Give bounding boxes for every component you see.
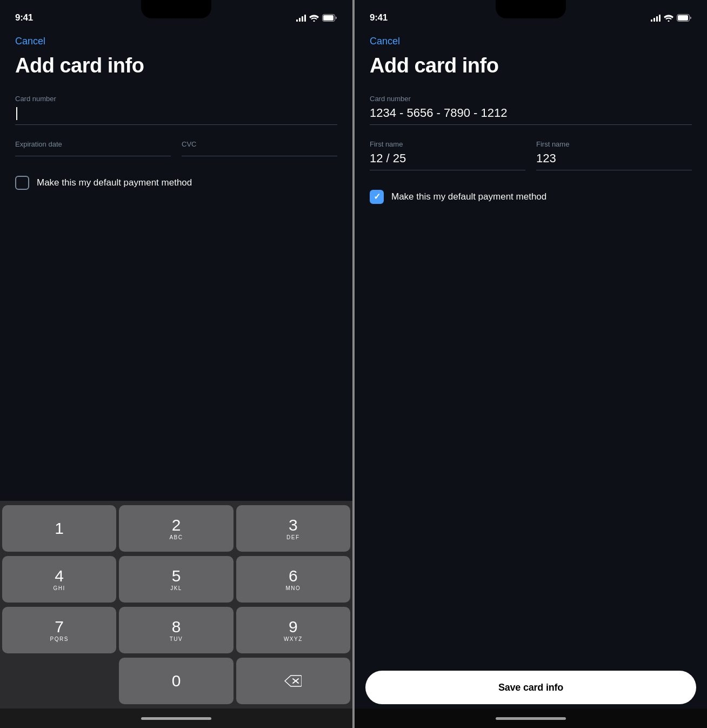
key-6-num: 6 <box>289 568 298 584</box>
key-9[interactable]: 9 WXYZ <box>236 607 350 653</box>
keyboard-row-2: 4 GHI 5 JKL 6 MNO <box>2 556 350 603</box>
key-5-alpha: JKL <box>170 585 182 591</box>
default-payment-label-right: Make this my default payment method <box>391 191 546 202</box>
keyboard-row-3: 7 PQRS 8 TUV 9 WXYZ <box>2 607 350 653</box>
numeric-keyboard: 1 2 ABC 3 DEF 4 GHI 5 JKL 6 MNO <box>0 501 352 709</box>
card-number-input-left[interactable] <box>15 106 337 125</box>
key-0[interactable]: 0 <box>119 658 233 704</box>
card-number-field-left: Card number <box>15 95 337 125</box>
key-3-num: 3 <box>289 517 298 533</box>
keyboard-row-4: 0 <box>2 658 350 704</box>
expiry-value-right[interactable]: 12 / 25 <box>370 151 525 170</box>
cursor <box>16 107 17 120</box>
cvc-label-left: CVC <box>182 140 337 148</box>
default-payment-row-right[interactable]: ✓ Make this my default payment method <box>370 190 692 204</box>
key-3[interactable]: 3 DEF <box>236 505 350 552</box>
key-7-num: 7 <box>55 619 64 635</box>
status-time-left: 9:41 <box>15 12 33 23</box>
svg-rect-1 <box>323 15 334 21</box>
cancel-button-left[interactable]: Cancel <box>15 36 45 47</box>
default-payment-checkbox-right[interactable]: ✓ <box>370 190 384 204</box>
default-payment-label-left: Make this my default payment method <box>37 177 192 188</box>
home-bar-right <box>496 717 566 720</box>
default-payment-checkbox-left[interactable] <box>15 176 29 190</box>
keyboard-row-1: 1 2 ABC 3 DEF <box>2 505 350 552</box>
left-phone-panel: 9:41 Cancel <box>0 0 352 728</box>
page-title-left: Add card info <box>15 55 337 77</box>
left-content: Cancel Add card info Card number Expirat… <box>0 28 352 501</box>
expiry-label-left: Expiration date <box>15 140 171 148</box>
card-number-value-right[interactable]: 1234 - 5656 - 7890 - 1212 <box>370 106 692 125</box>
status-icons-left <box>296 14 337 22</box>
notch-right <box>496 0 566 18</box>
cvc-field-right: First name 123 <box>536 140 692 170</box>
checkmark-icon: ✓ <box>373 193 381 201</box>
card-number-label-right: Card number <box>370 95 692 103</box>
key-3-alpha: DEF <box>286 534 300 540</box>
expiry-cvc-row-right: First name 12 / 25 First name 123 <box>370 140 692 186</box>
spacer-right <box>355 345 707 662</box>
expiry-cvc-row: Expiration date CVC <box>15 140 337 171</box>
page-title-right: Add card info <box>370 55 692 77</box>
cvc-field-left: CVC <box>182 140 337 156</box>
key-1-num: 1 <box>55 520 64 537</box>
right-content: Cancel Add card info Card number 1234 - … <box>355 28 707 345</box>
key-8[interactable]: 8 TUV <box>119 607 233 653</box>
cvc-input-left[interactable] <box>182 151 337 156</box>
battery-icon <box>322 14 337 22</box>
status-icons-right <box>651 14 692 22</box>
status-time-right: 9:41 <box>370 12 388 23</box>
key-5[interactable]: 5 JKL <box>119 556 233 603</box>
key-backspace[interactable] <box>236 658 350 704</box>
save-card-info-button[interactable]: Save card info <box>365 671 696 704</box>
key-9-alpha: WXYZ <box>284 636 303 642</box>
default-payment-row-left[interactable]: Make this my default payment method <box>15 176 337 190</box>
key-7[interactable]: 7 PQRS <box>2 607 116 653</box>
expiry-field-left: Expiration date <box>15 140 171 156</box>
cancel-button-right[interactable]: Cancel <box>370 36 400 47</box>
signal-icon <box>296 14 306 22</box>
key-empty <box>2 658 116 704</box>
wifi-icon-right <box>664 15 673 22</box>
home-indicator-right <box>355 709 707 728</box>
key-2-alpha: ABC <box>169 534 183 540</box>
key-2-num: 2 <box>172 517 181 533</box>
key-0-num: 0 <box>172 673 181 689</box>
right-phone-panel: 9:41 Cancel Add card info <box>355 0 707 728</box>
expiry-field-right: First name 12 / 25 <box>370 140 525 170</box>
notch <box>141 0 211 18</box>
expiry-label-right: First name <box>370 140 525 148</box>
key-2[interactable]: 2 ABC <box>119 505 233 552</box>
card-number-label-left: Card number <box>15 95 337 103</box>
key-6-alpha: MNO <box>285 585 301 591</box>
backspace-icon <box>284 675 302 687</box>
key-5-num: 5 <box>172 568 181 584</box>
card-number-field-right: Card number 1234 - 5656 - 7890 - 1212 <box>370 95 692 125</box>
battery-icon-right <box>677 14 692 22</box>
key-7-alpha: PQRS <box>50 636 68 642</box>
svg-rect-5 <box>678 15 688 21</box>
signal-icon-right <box>651 14 661 22</box>
key-1[interactable]: 1 <box>2 505 116 552</box>
cvc-label-right: First name <box>536 140 692 148</box>
home-indicator-left <box>0 709 352 728</box>
key-4-alpha: GHI <box>54 585 65 591</box>
key-4[interactable]: 4 GHI <box>2 556 116 603</box>
save-button-container: Save card info <box>355 662 707 709</box>
key-8-num: 8 <box>172 619 181 635</box>
key-9-num: 9 <box>289 619 298 635</box>
key-4-num: 4 <box>55 568 64 584</box>
expiry-input-left[interactable] <box>15 151 171 156</box>
cvc-value-right[interactable]: 123 <box>536 151 692 170</box>
key-6[interactable]: 6 MNO <box>236 556 350 603</box>
wifi-icon <box>309 15 319 22</box>
home-bar-left <box>141 717 211 720</box>
key-8-alpha: TUV <box>170 636 183 642</box>
